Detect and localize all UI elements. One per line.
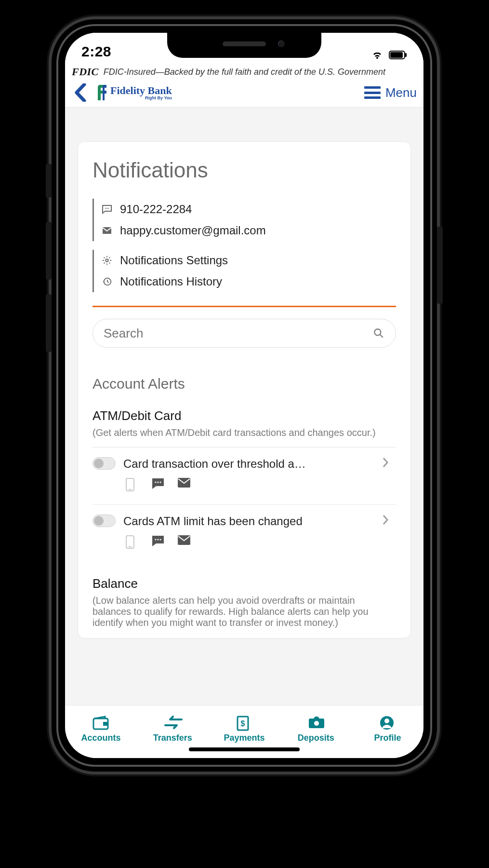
search-field[interactable]	[93, 319, 396, 348]
app-header: FDIC FDIC-Insured—Backed by the full fai…	[65, 62, 423, 108]
mute-switch	[46, 164, 52, 198]
camera-icon	[308, 716, 324, 730]
chevron-left-icon	[74, 83, 86, 102]
sms-bubble-icon	[101, 203, 113, 216]
svg-point-5	[108, 208, 109, 209]
contact-phone-row[interactable]: 910-222-2284	[101, 199, 396, 220]
email-channel-icon[interactable]	[177, 477, 191, 491]
svg-rect-11	[129, 489, 132, 490]
nav-profile[interactable]: Profile	[352, 705, 423, 753]
contact-email-value: happy.customer@gmail.com	[120, 224, 266, 237]
notch	[167, 33, 321, 58]
alert-toggle[interactable]	[93, 457, 116, 470]
svg-point-13	[158, 482, 159, 483]
svg-point-27	[314, 721, 319, 726]
volume-down-button	[46, 294, 52, 352]
battery-icon	[389, 51, 407, 59]
alert-group-title-atm: ATM/Debit Card	[93, 408, 396, 423]
nav-label: Deposits	[298, 733, 334, 743]
svg-point-4	[106, 208, 107, 209]
svg-rect-2	[405, 53, 407, 57]
push-channel-icon[interactable]	[125, 477, 139, 491]
profile-icon	[380, 716, 396, 730]
nav-label: Payments	[224, 733, 264, 743]
nav-payments[interactable]: $ Payments	[209, 705, 280, 753]
contact-phone-value: 910-222-2284	[120, 203, 192, 216]
notifications-history-link[interactable]: Notifications History	[101, 271, 396, 292]
notifications-card: Notifications 910-222-2284 happy.custome…	[78, 141, 411, 638]
svg-point-18	[155, 539, 157, 541]
alert-toggle[interactable]	[93, 515, 116, 527]
history-label: Notifications History	[120, 275, 222, 288]
svg-point-14	[160, 482, 161, 483]
alert-item[interactable]: Cards ATM limit has been changed	[93, 504, 396, 553]
search-icon	[372, 327, 385, 339]
home-indicator[interactable]	[189, 747, 300, 751]
sms-channel-icon[interactable]	[151, 535, 165, 548]
brand-tagline: Right By You	[145, 96, 172, 100]
notifications-settings-link[interactable]: Notifications Settings	[101, 250, 396, 271]
nav-label: Profile	[374, 733, 401, 743]
alert-title: Cards ATM limit has been changed	[123, 515, 382, 528]
svg-point-9	[374, 329, 381, 335]
page-title: Notifications	[93, 158, 396, 182]
screen: 2:28 FDIC FDIC-Insured—Backed by the ful…	[65, 33, 423, 758]
volume-up-button	[46, 222, 52, 280]
svg-point-3	[105, 208, 106, 209]
svg-rect-1	[390, 52, 403, 58]
contact-email-row[interactable]: happy.customer@gmail.com	[101, 220, 396, 241]
menu-button[interactable]: Menu	[364, 85, 417, 100]
sms-channel-icon[interactable]	[151, 477, 165, 491]
svg-point-7	[106, 259, 108, 262]
nav-accounts[interactable]: Accounts	[65, 705, 137, 753]
fdic-badge: FDIC	[72, 66, 99, 78]
transfer-arrows-icon	[164, 716, 181, 730]
power-button	[437, 227, 443, 304]
push-channel-icon[interactable]	[125, 535, 139, 548]
svg-point-19	[158, 539, 159, 541]
email-channel-icon[interactable]	[177, 535, 191, 548]
gear-icon	[101, 254, 113, 267]
phone-frame: 2:28 FDIC FDIC-Insured—Backed by the ful…	[52, 19, 437, 772]
svg-point-20	[160, 539, 161, 541]
search-input[interactable]	[104, 326, 372, 341]
nav-deposits[interactable]: Deposits	[280, 705, 352, 753]
back-button[interactable]	[72, 83, 88, 102]
receipt-icon: $	[236, 716, 252, 730]
alert-item[interactable]: Card transaction over threshold a…	[93, 447, 396, 496]
svg-point-29	[384, 719, 389, 723]
alert-group-desc-atm: (Get alerts when ATM/Debit card transact…	[93, 427, 396, 438]
nav-transfers[interactable]: Transfers	[137, 705, 209, 753]
hamburger-icon	[364, 86, 381, 99]
alert-group-title-balance: Balance	[93, 576, 396, 591]
svg-point-12	[155, 482, 157, 483]
fdic-disclosure: FDIC-Insured—Backed by the full faith an…	[104, 67, 385, 77]
wifi-icon	[371, 50, 383, 60]
svg-rect-23	[103, 722, 108, 726]
content-area: Notifications 910-222-2284 happy.custome…	[65, 122, 423, 710]
orange-divider	[93, 306, 396, 307]
account-alerts-heading: Account Alerts	[93, 376, 396, 392]
menu-label: Menu	[385, 85, 417, 100]
settings-label: Notifications Settings	[120, 254, 228, 267]
status-time: 2:28	[81, 43, 111, 60]
brand-name: Fidelity Bank	[110, 85, 172, 96]
nav-label: Accounts	[81, 733, 120, 743]
brand-logo[interactable]: Fidelity Bank Right By You	[96, 84, 172, 101]
alert-group-desc-balance: (Low balance alerts can help you avoid o…	[93, 595, 396, 628]
nav-label: Transfers	[153, 733, 192, 743]
wallet-icon	[93, 716, 109, 730]
envelope-icon	[101, 224, 113, 237]
chevron-right-icon	[382, 515, 396, 525]
chevron-right-icon	[382, 457, 396, 468]
fidelity-logo-icon	[96, 84, 108, 101]
history-icon	[101, 275, 113, 288]
svg-rect-17	[129, 546, 132, 547]
svg-text:$: $	[241, 719, 245, 728]
alert-title: Card transaction over threshold a…	[123, 457, 382, 471]
